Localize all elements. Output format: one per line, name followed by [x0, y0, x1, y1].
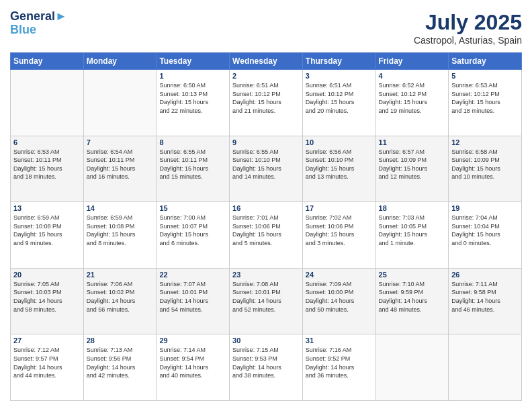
day-info: Sunrise: 6:52 AM Sunset: 10:12 PM Daylig…	[379, 81, 446, 115]
day-info: Sunrise: 7:10 AM Sunset: 9:59 PM Dayligh…	[379, 280, 446, 314]
day-info: Sunrise: 7:03 AM Sunset: 10:05 PM Daylig…	[379, 214, 446, 247]
table-row: 16Sunrise: 7:01 AM Sunset: 10:06 PM Dayl…	[230, 202, 303, 269]
table-row: 21Sunrise: 7:06 AM Sunset: 10:02 PM Dayl…	[83, 268, 157, 334]
day-number: 19	[451, 204, 519, 212]
day-info: Sunrise: 6:54 AM Sunset: 10:11 PM Daylig…	[87, 148, 154, 181]
day-number: 1	[159, 72, 226, 80]
logo-blue: Blue	[10, 24, 67, 37]
calendar-table: Sunday Monday Tuesday Wednesday Thursday…	[10, 52, 522, 401]
day-info: Sunrise: 7:01 AM Sunset: 10:06 PM Daylig…	[232, 214, 300, 247]
day-info: Sunrise: 7:02 AM Sunset: 10:06 PM Daylig…	[306, 214, 373, 247]
table-row: 19Sunrise: 7:04 AM Sunset: 10:04 PM Dayl…	[449, 202, 522, 269]
day-info: Sunrise: 6:57 AM Sunset: 10:09 PM Daylig…	[379, 148, 446, 181]
table-row: 30Sunrise: 7:15 AM Sunset: 9:53 PM Dayli…	[230, 334, 303, 401]
header: General► Blue July 2025 Castropol, Astur…	[10, 10, 522, 46]
day-number: 29	[159, 336, 226, 345]
table-row: 15Sunrise: 7:00 AM Sunset: 10:07 PM Dayl…	[157, 202, 230, 269]
day-number: 30	[232, 336, 300, 345]
table-row: 22Sunrise: 7:07 AM Sunset: 10:01 PM Dayl…	[157, 268, 230, 334]
day-number: 31	[306, 336, 373, 345]
table-row: 29Sunrise: 7:14 AM Sunset: 9:54 PM Dayli…	[157, 334, 230, 401]
table-row	[449, 334, 522, 401]
header-thursday: Thursday	[302, 53, 375, 70]
day-info: Sunrise: 7:13 AM Sunset: 9:56 PM Dayligh…	[87, 346, 154, 379]
day-info: Sunrise: 6:55 AM Sunset: 10:11 PM Daylig…	[159, 148, 226, 181]
table-row: 20Sunrise: 7:05 AM Sunset: 10:03 PM Dayl…	[11, 268, 84, 334]
table-row: 11Sunrise: 6:57 AM Sunset: 10:09 PM Dayl…	[375, 136, 449, 202]
calendar-week-row: 6Sunrise: 6:53 AM Sunset: 10:11 PM Dayli…	[11, 136, 522, 202]
table-row: 12Sunrise: 6:58 AM Sunset: 10:09 PM Dayl…	[449, 136, 522, 202]
day-number: 23	[232, 271, 300, 279]
day-number: 27	[13, 336, 81, 345]
table-row: 13Sunrise: 6:59 AM Sunset: 10:08 PM Dayl…	[11, 202, 84, 269]
header-monday: Monday	[83, 53, 157, 70]
title-block: July 2025 Castropol, Asturias, Spain	[414, 10, 522, 46]
day-info: Sunrise: 7:12 AM Sunset: 9:57 PM Dayligh…	[13, 346, 81, 379]
table-row: 24Sunrise: 7:09 AM Sunset: 10:00 PM Dayl…	[302, 268, 375, 334]
day-info: Sunrise: 6:56 AM Sunset: 10:10 PM Daylig…	[306, 148, 373, 181]
day-info: Sunrise: 6:59 AM Sunset: 10:08 PM Daylig…	[13, 214, 81, 247]
day-number: 4	[379, 72, 446, 80]
table-row: 14Sunrise: 6:59 AM Sunset: 10:08 PM Dayl…	[83, 202, 157, 269]
day-number: 15	[159, 204, 226, 212]
day-info: Sunrise: 7:11 AM Sunset: 9:58 PM Dayligh…	[451, 280, 519, 314]
day-number: 14	[87, 204, 154, 212]
day-number: 24	[306, 271, 373, 279]
day-info: Sunrise: 6:50 AM Sunset: 10:13 PM Daylig…	[159, 81, 226, 115]
day-number: 13	[13, 204, 81, 212]
table-row	[83, 70, 157, 136]
day-info: Sunrise: 7:15 AM Sunset: 9:53 PM Dayligh…	[232, 346, 300, 379]
day-info: Sunrise: 6:53 AM Sunset: 10:12 PM Daylig…	[451, 81, 519, 115]
day-number: 20	[13, 271, 81, 279]
calendar-week-row: 1Sunrise: 6:50 AM Sunset: 10:13 PM Dayli…	[11, 70, 522, 136]
page: General► Blue July 2025 Castropol, Astur…	[0, 0, 532, 411]
table-row: 23Sunrise: 7:08 AM Sunset: 10:01 PM Dayl…	[230, 268, 303, 334]
table-row	[11, 70, 84, 136]
day-number: 28	[87, 336, 154, 345]
header-tuesday: Tuesday	[157, 53, 230, 70]
day-number: 17	[306, 204, 373, 212]
day-info: Sunrise: 7:05 AM Sunset: 10:03 PM Daylig…	[13, 280, 81, 314]
table-row: 10Sunrise: 6:56 AM Sunset: 10:10 PM Dayl…	[302, 136, 375, 202]
day-number: 10	[306, 138, 373, 146]
header-sunday: Sunday	[11, 53, 84, 70]
calendar-week-row: 27Sunrise: 7:12 AM Sunset: 9:57 PM Dayli…	[11, 334, 522, 401]
table-row: 2Sunrise: 6:51 AM Sunset: 10:12 PM Dayli…	[230, 70, 303, 136]
logo: General► Blue	[10, 10, 67, 37]
table-row: 7Sunrise: 6:54 AM Sunset: 10:11 PM Dayli…	[83, 136, 157, 202]
day-number: 26	[451, 271, 519, 279]
day-number: 9	[232, 138, 300, 146]
day-number: 7	[87, 138, 154, 146]
table-row: 8Sunrise: 6:55 AM Sunset: 10:11 PM Dayli…	[157, 136, 230, 202]
day-number: 6	[13, 138, 81, 146]
table-row: 25Sunrise: 7:10 AM Sunset: 9:59 PM Dayli…	[375, 268, 449, 334]
calendar-week-row: 20Sunrise: 7:05 AM Sunset: 10:03 PM Dayl…	[11, 268, 522, 334]
table-row: 18Sunrise: 7:03 AM Sunset: 10:05 PM Dayl…	[375, 202, 449, 269]
day-info: Sunrise: 7:06 AM Sunset: 10:02 PM Daylig…	[87, 280, 154, 314]
table-row: 26Sunrise: 7:11 AM Sunset: 9:58 PM Dayli…	[449, 268, 522, 334]
main-title: July 2025	[414, 10, 522, 35]
day-number: 11	[379, 138, 446, 146]
calendar-week-row: 13Sunrise: 6:59 AM Sunset: 10:08 PM Dayl…	[11, 202, 522, 269]
day-info: Sunrise: 6:51 AM Sunset: 10:12 PM Daylig…	[306, 81, 373, 115]
logo-text: General►	[10, 10, 67, 24]
table-row: 31Sunrise: 7:16 AM Sunset: 9:52 PM Dayli…	[302, 334, 375, 401]
table-row: 4Sunrise: 6:52 AM Sunset: 10:12 PM Dayli…	[375, 70, 449, 136]
table-row: 1Sunrise: 6:50 AM Sunset: 10:13 PM Dayli…	[157, 70, 230, 136]
day-info: Sunrise: 7:16 AM Sunset: 9:52 PM Dayligh…	[306, 346, 373, 379]
table-row: 6Sunrise: 6:53 AM Sunset: 10:11 PM Dayli…	[11, 136, 84, 202]
day-number: 12	[451, 138, 519, 146]
day-info: Sunrise: 7:08 AM Sunset: 10:01 PM Daylig…	[232, 280, 300, 314]
day-info: Sunrise: 7:14 AM Sunset: 9:54 PM Dayligh…	[159, 346, 226, 379]
day-number: 16	[232, 204, 300, 212]
day-info: Sunrise: 6:55 AM Sunset: 10:10 PM Daylig…	[232, 148, 300, 181]
day-number: 18	[379, 204, 446, 212]
day-number: 2	[232, 72, 300, 80]
table-row: 17Sunrise: 7:02 AM Sunset: 10:06 PM Dayl…	[302, 202, 375, 269]
day-info: Sunrise: 7:07 AM Sunset: 10:01 PM Daylig…	[159, 280, 226, 314]
day-info: Sunrise: 7:00 AM Sunset: 10:07 PM Daylig…	[159, 214, 226, 247]
table-row: 27Sunrise: 7:12 AM Sunset: 9:57 PM Dayli…	[11, 334, 84, 401]
day-info: Sunrise: 6:59 AM Sunset: 10:08 PM Daylig…	[87, 214, 154, 247]
day-info: Sunrise: 6:53 AM Sunset: 10:11 PM Daylig…	[13, 148, 81, 181]
day-info: Sunrise: 6:58 AM Sunset: 10:09 PM Daylig…	[451, 148, 519, 181]
